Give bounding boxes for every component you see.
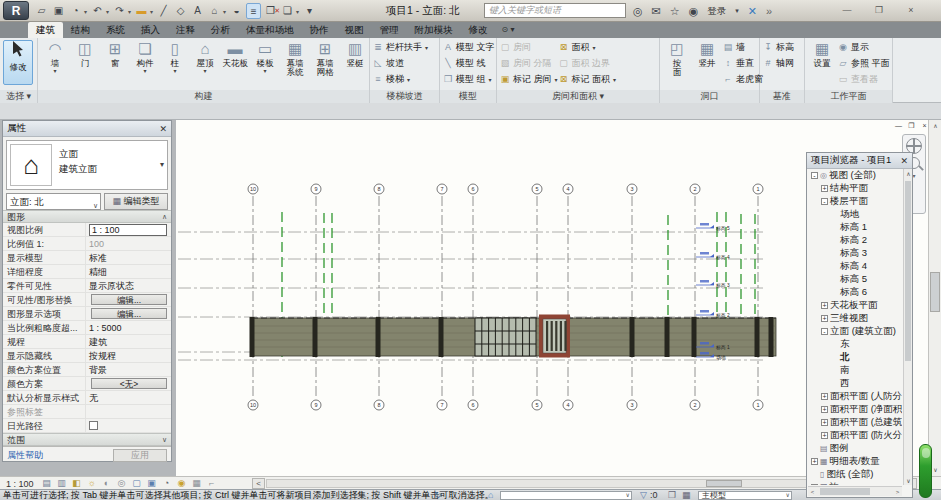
- tab-视图[interactable]: 视图: [337, 22, 372, 38]
- tool-墙[interactable]: ◠墙▾: [40, 39, 70, 74]
- tree-item-视图 (全部)[interactable]: -◎视图 (全部): [808, 169, 902, 182]
- visual-style-icon[interactable]: ◧: [71, 478, 83, 489]
- measure-icon[interactable]: ▬: [134, 3, 149, 19]
- worksets-icon[interactable]: ⌂: [488, 490, 493, 500]
- tool-面积[interactable]: ⊠面积▾: [558, 39, 617, 55]
- selection-cycle-icon[interactable]: ↻: [434, 490, 442, 500]
- view-minimize-icon[interactable]: —: [894, 121, 903, 130]
- exchange-apps-icon[interactable]: ✕: [748, 5, 757, 18]
- collapse-icon[interactable]: -: [821, 198, 828, 205]
- tab-管理[interactable]: 管理: [372, 22, 407, 38]
- tree-item-立面 (建筑立面)[interactable]: -立面 (建筑立面): [808, 325, 902, 338]
- tree-item-明细表/数量[interactable]: +▦明细表/数量: [808, 455, 902, 468]
- browser-scroll-left-icon[interactable]: <: [808, 489, 817, 495]
- tree-item-图纸 (全部)[interactable]: ▯图纸 (全部): [808, 468, 902, 481]
- switch-windows-icon[interactable]: ❏: [280, 3, 295, 19]
- tool-设置[interactable]: ▦设置: [807, 39, 837, 68]
- measure-icon-dropdown[interactable]: ▾: [150, 8, 153, 15]
- tree-item-北[interactable]: 北: [808, 351, 902, 364]
- sync-with-central-icon-dropdown[interactable]: ▾: [84, 8, 87, 15]
- 标记 面积-dropdown-icon[interactable]: ▾: [613, 76, 616, 83]
- expand-icon[interactable]: +: [811, 458, 818, 465]
- text-icon[interactable]: A: [190, 3, 205, 19]
- property-edit-field[interactable]: 1 : 100: [89, 224, 167, 236]
- view-close-icon[interactable]: ×: [920, 121, 929, 130]
- tool-幕墙网格[interactable]: ⊞幕墙网格: [310, 39, 340, 77]
- tool-柱[interactable]: ▯柱▾: [160, 39, 190, 74]
- scroll-left-icon[interactable]: <: [252, 478, 265, 489]
- expand-icon[interactable]: ∨: [162, 434, 167, 445]
- panel-label-select[interactable]: 选择 ▾: [0, 90, 37, 103]
- scroll-up-icon[interactable]: ∧: [929, 120, 941, 132]
- favorites-icon[interactable]: ☆: [670, 5, 680, 18]
- property-value[interactable]: 精细: [85, 265, 171, 278]
- tool-模型 文字[interactable]: A模型 文字: [442, 39, 495, 55]
- tab-结构[interactable]: 结构: [63, 22, 98, 38]
- toolbar-overflow-icon[interactable]: »: [766, 5, 772, 17]
- 屋顶-dropdown-icon[interactable]: ▾: [190, 68, 220, 74]
- tool-窗[interactable]: ⊞窗: [100, 39, 130, 68]
- 柱-dropdown-icon[interactable]: ▾: [160, 68, 190, 74]
- tree-item-标高 1[interactable]: 标高 1: [808, 221, 902, 234]
- tree-item-图例[interactable]: ▤图例: [808, 442, 902, 455]
- show-rendering-dialog-icon[interactable]: ◎: [116, 478, 128, 489]
- design-option-combo[interactable]: 主模型∨: [698, 491, 792, 500]
- tool-坡道[interactable]: ◺坡道: [372, 55, 428, 71]
- property-value[interactable]: 显示原状态: [85, 279, 171, 292]
- 构件-dropdown-icon[interactable]: ▾: [130, 68, 160, 74]
- sync-with-central-icon[interactable]: ◔: [68, 3, 83, 19]
- browser-vertical-scrollbar[interactable]: ∧ ∨: [903, 169, 912, 485]
- horizontal-scroll-thumb[interactable]: [706, 480, 742, 487]
- application-menu-button[interactable]: R: [3, 1, 29, 20]
- property-value[interactable]: 按规程: [85, 349, 171, 362]
- filter-icon[interactable]: ▽: [640, 490, 647, 500]
- tool-参照 平面[interactable]: ▱参照 平面: [837, 55, 890, 71]
- tool-轴网[interactable]: #轴网: [762, 55, 794, 71]
- undo-icon[interactable]: ↶: [90, 3, 105, 19]
- close-hidden-windows-icon[interactable]: ❐✕: [263, 3, 278, 19]
- open-icon[interactable]: ▱: [34, 3, 49, 19]
- tool-屋顶[interactable]: ⌂屋顶▾: [190, 39, 220, 74]
- tool-墙[interactable]: ▤墙: [722, 39, 763, 55]
- 墙-dropdown-icon[interactable]: ▾: [40, 68, 70, 74]
- tool-栏杆扶手[interactable]: ≣栏杆扶手▾: [372, 39, 428, 55]
- scale-icon[interactable]: ▤: [41, 478, 53, 489]
- tool-垂直[interactable]: ↕垂直: [722, 55, 763, 71]
- tab-协作[interactable]: 协作: [302, 22, 337, 38]
- tab-建筑[interactable]: 建筑: [28, 22, 63, 38]
- section-icon[interactable]: ◒: [229, 3, 244, 19]
- sun-path-icon[interactable]: ☼: [86, 478, 98, 489]
- project-browser-header[interactable]: 项目浏览器 - 项目1 ✕: [807, 153, 912, 169]
- tree-item-三维视图[interactable]: +三维视图: [808, 312, 902, 325]
- reveal-hidden-elements-icon[interactable]: ◉: [176, 478, 188, 489]
- customize-qat-icon[interactable]: ▾: [302, 3, 317, 19]
- close-button[interactable]: ×: [900, 2, 922, 18]
- tool-标记 面积[interactable]: ⊠标记 面积▾: [558, 71, 617, 87]
- tree-item-标高 2[interactable]: 标高 2: [808, 234, 902, 247]
- property-value[interactable]: [85, 405, 171, 418]
- tree-item-南[interactable]: 南: [808, 364, 902, 377]
- properties-header[interactable]: 属性 ✕: [3, 121, 171, 137]
- tree-item-族[interactable]: +❒族: [808, 481, 902, 485]
- tab-体量和场地[interactable]: 体量和场地: [238, 22, 302, 38]
- switch-windows-icon-dropdown[interactable]: ▾: [296, 8, 299, 15]
- ribbon-state-toggle-icon[interactable]: ⊙ ▾: [496, 22, 515, 38]
- expand-icon[interactable]: +: [821, 302, 828, 309]
- default-3d-view-icon[interactable]: ⌂: [207, 3, 222, 19]
- tree-item-西[interactable]: 西: [808, 377, 902, 390]
- expand-icon[interactable]: +: [821, 406, 828, 413]
- tag-by-category-icon[interactable]: ◇: [173, 3, 188, 19]
- temporary-view-properties-icon[interactable]: ▦: [191, 478, 203, 489]
- binoculars-search-icon[interactable]: ◎: [633, 5, 643, 18]
- view-restore-icon[interactable]: ❐: [907, 121, 916, 130]
- tool-楼板[interactable]: ▭楼板▾: [250, 39, 280, 74]
- tree-item-东[interactable]: 东: [808, 338, 902, 351]
- browser-scroll-thumb[interactable]: [905, 181, 911, 361]
- tree-item-面积平面 (净面积[interactable]: +面积平面 (净面积: [808, 403, 902, 416]
- expand-icon[interactable]: +: [821, 185, 828, 192]
- tab-分析[interactable]: 分析: [203, 22, 238, 38]
- panel-label[interactable]: 洞口: [660, 90, 759, 103]
- browser-hscroll-thumb[interactable]: [820, 488, 870, 495]
- tool-按面[interactable]: ◰按面: [662, 39, 692, 77]
- signin-dropdown-icon[interactable]: ▾: [735, 7, 739, 15]
